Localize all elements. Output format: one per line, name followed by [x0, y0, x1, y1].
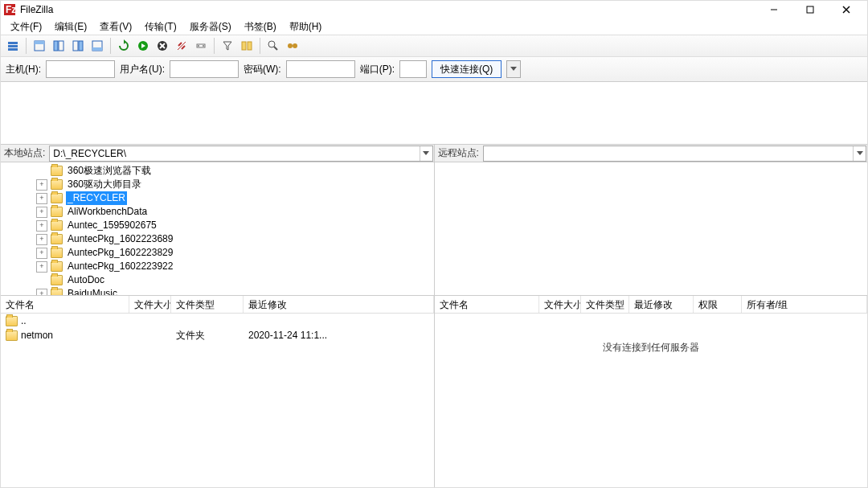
svg-line-28 [274, 47, 277, 50]
tree-item[interactable]: 360极速浏览器下载 [1, 164, 434, 178]
refresh-icon[interactable] [115, 37, 133, 55]
tree-expand-icon[interactable]: + [36, 207, 47, 218]
tree-expand-icon[interactable]: + [36, 248, 47, 259]
port-input[interactable] [399, 60, 427, 78]
col-name[interactable]: 文件名 [1, 296, 129, 313]
tree-expand-icon[interactable]: + [36, 234, 47, 245]
menu-help[interactable]: 帮助(H) [283, 18, 329, 35]
tree-item[interactable]: +360驱动大师目录 [1, 178, 434, 191]
tree-item-label: Auntec_1595902675 [66, 219, 158, 232]
minimize-button[interactable] [755, 2, 792, 18]
col-size[interactable]: 文件大小 [129, 296, 171, 313]
toggle-remote-tree-icon[interactable] [69, 37, 87, 55]
remote-path-dropdown[interactable] [853, 146, 866, 161]
file-modified [244, 320, 434, 322]
remote-tree[interactable] [435, 162, 868, 296]
svg-text:Fz: Fz [6, 4, 15, 15]
site-manager-icon[interactable] [4, 37, 22, 55]
search-icon[interactable] [284, 37, 301, 55]
tree-item[interactable]: +AuntecPkg_1602223689 [1, 232, 434, 246]
remote-pane: 远程站点: 文件名 文件大小 文件类型 最近修改 权限 所有者/组 没有连接到任… [435, 145, 868, 487]
remote-path-combo[interactable] [483, 146, 866, 162]
tree-item[interactable]: +AliWorkbenchData [1, 205, 434, 219]
tree-item-label: AuntecPkg_1602223922 [66, 260, 174, 273]
rcol-size[interactable]: 文件大小 [539, 296, 581, 313]
folder-icon [51, 289, 63, 295]
tree-item[interactable]: +BaiduMusic [1, 287, 434, 295]
tree-leaf-icon [36, 275, 47, 286]
svg-rect-12 [59, 41, 63, 51]
message-log[interactable] [1, 82, 867, 145]
rcol-type[interactable]: 文件类型 [581, 296, 629, 313]
maximize-button[interactable] [792, 2, 828, 18]
tree-expand-icon[interactable]: + [36, 261, 47, 273]
tree-item[interactable]: AutoDoc [1, 273, 434, 287]
host-input[interactable] [46, 60, 115, 78]
remote-site-bar: 远程站点: [435, 145, 868, 162]
reconnect-icon[interactable] [192, 37, 210, 55]
remote-list-header[interactable]: 文件名 文件大小 文件类型 最近修改 权限 所有者/组 [435, 296, 868, 314]
menu-edit[interactable]: 编辑(E) [48, 18, 93, 35]
rcol-owner[interactable]: 所有者/组 [742, 296, 868, 313]
toggle-queue-icon[interactable] [88, 37, 106, 55]
svg-rect-14 [79, 41, 83, 51]
menu-transfer[interactable]: 传输(T) [138, 18, 182, 35]
rcol-name[interactable]: 文件名 [435, 296, 539, 313]
local-path-combo[interactable] [49, 146, 432, 162]
password-input[interactable] [286, 60, 355, 78]
file-name: netmon [21, 330, 53, 341]
toggle-local-tree-icon[interactable] [50, 37, 68, 55]
tree-expand-icon[interactable]: + [36, 193, 47, 204]
rcol-perm[interactable]: 权限 [694, 296, 742, 313]
toggle-log-icon[interactable] [31, 37, 48, 55]
rcol-modified[interactable]: 最近修改 [629, 296, 694, 313]
user-input[interactable] [170, 60, 239, 78]
menu-bookmarks[interactable]: 书签(B) [238, 18, 283, 35]
remote-file-list[interactable]: 没有连接到任何服务器 [435, 314, 868, 487]
tree-expand-icon[interactable]: + [36, 289, 47, 296]
file-size [129, 334, 171, 336]
titlebar: Fz FileZilla [1, 1, 867, 18]
tree-item[interactable]: +AuntecPkg_1602223829 [1, 246, 434, 260]
tree-item-label: AuntecPkg_1602223689 [66, 232, 174, 246]
local-path-input[interactable] [50, 146, 419, 161]
menu-file[interactable]: 文件(F) [4, 18, 48, 35]
close-button[interactable] [828, 2, 864, 18]
tree-item[interactable]: +Auntec_1595902675 [1, 219, 434, 232]
menu-view[interactable]: 查看(V) [93, 18, 138, 35]
list-item[interactable]: netmon文件夹2020-11-24 11:1... [1, 328, 434, 342]
svg-rect-13 [73, 41, 78, 51]
file-size [129, 320, 171, 322]
filter-icon[interactable] [219, 37, 236, 55]
local-site-label: 本地站点: [1, 145, 48, 162]
disconnect-icon[interactable] [173, 37, 190, 55]
folder-icon [6, 330, 18, 341]
process-queue-icon[interactable] [134, 37, 152, 55]
remote-path-input[interactable] [484, 146, 853, 161]
remote-site-label: 远程站点: [435, 145, 482, 162]
compare-icon[interactable] [238, 37, 256, 55]
tree-item[interactable]: +AuntecPkg_1602223922 [1, 260, 434, 273]
menu-server[interactable]: 服务器(S) [183, 18, 238, 35]
list-item[interactable]: .. [1, 314, 434, 328]
col-type[interactable]: 文件类型 [171, 296, 244, 313]
col-modified[interactable]: 最近修改 [244, 296, 434, 313]
svg-rect-7 [8, 45, 18, 47]
folder-icon [51, 248, 63, 258]
local-list-header[interactable]: 文件名 文件大小 文件类型 最近修改 [1, 296, 434, 314]
local-file-list[interactable]: ..netmon文件夹2020-11-24 11:1... [1, 314, 434, 487]
svg-rect-26 [248, 42, 252, 50]
quick-connect-button[interactable]: 快速连接(Q) [432, 60, 502, 78]
tree-expand-icon[interactable]: + [36, 179, 47, 191]
local-path-dropdown[interactable] [420, 146, 432, 161]
quick-connect-dropdown[interactable] [506, 60, 521, 78]
sync-browse-icon[interactable] [264, 37, 282, 55]
toolbar [1, 35, 867, 57]
window-title: FileZilla [20, 4, 755, 15]
tree-item-label: AuntecPkg_1602223829 [66, 246, 174, 260]
tree-expand-icon[interactable]: + [36, 220, 47, 232]
file-type [171, 320, 244, 322]
local-tree[interactable]: 360极速浏览器下载+360驱动大师目录+_RECYCLER+AliWorkbe… [1, 162, 434, 296]
tree-item[interactable]: +_RECYCLER [1, 191, 434, 205]
cancel-icon[interactable] [154, 37, 171, 55]
